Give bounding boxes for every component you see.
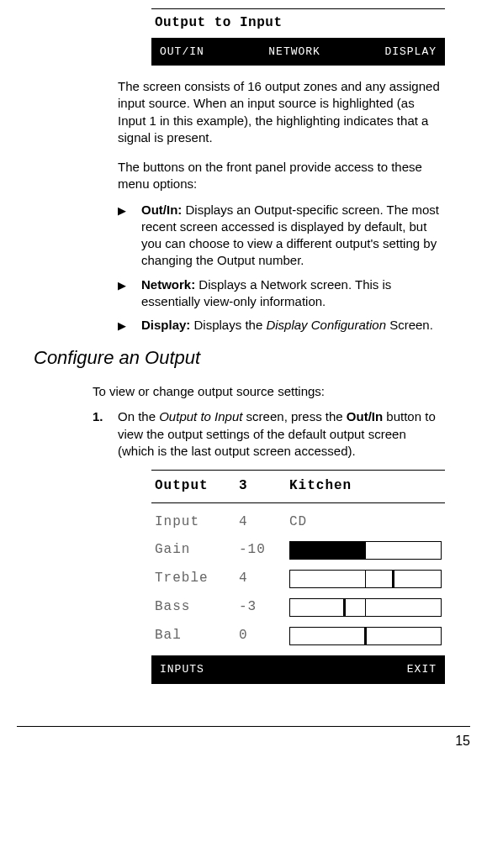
gain-bar [289,541,442,560]
bullet-out-in: Out/In: Displays an Output-specific scre… [141,202,445,270]
lcd-title: Output to Input [151,8,445,38]
value: CD [289,513,442,532]
bullet-network: Network: Displays a Network screen. This… [141,276,445,311]
row-bal: Bal 0 [151,622,445,650]
label: Bass [155,598,239,617]
bullet-italic: Display Configuration [266,318,386,332]
value: -3 [239,598,289,617]
row-bass: Bass -3 [151,593,445,622]
row-input: Input 4 CD [151,508,445,537]
page-number: 15 [17,726,470,750]
menu-display[interactable]: DISPLAY [384,45,437,60]
bullet-text: Displays the [190,318,266,332]
row-treble: Treble 4 [151,565,445,593]
footer-exit[interactable]: EXIT [407,662,437,677]
header-name: Kitchen [289,477,442,496]
label: Input [155,513,239,532]
step-1-text: On the Output to Input screen, press the… [118,408,445,460]
bullet-label: Display: [141,318,190,332]
label: Gain [155,541,239,560]
intro-text: To view or change output source settings… [93,383,445,400]
text-bold: Out/In [347,409,383,423]
bullet-marker-icon: ▶ [118,276,141,311]
bullet-marker-icon: ▶ [118,317,141,334]
value: 4 [239,513,289,532]
step-number: 1. [93,408,118,460]
menu-network[interactable]: NETWORK [268,45,320,60]
bal-bar [289,627,442,645]
bass-bar [289,598,442,617]
bullet-text: Displays an Output-specific screen. The … [141,203,439,268]
text-italic: Output to Input [159,409,242,423]
paragraph-1: The screen consists of 16 output zones a… [118,78,445,146]
text: screen, press the [242,409,346,423]
label: Bal [155,627,239,645]
bullet-label: Network: [141,277,195,292]
lcd-menu-bar: OUT/IN NETWORK DISPLAY [151,38,445,66]
menu-out-in[interactable]: OUT/IN [160,45,204,60]
value: 0 [239,627,289,645]
lcd-footer-bar: INPUTS EXIT [151,655,445,684]
value: -10 [239,541,289,560]
header-label: Output [155,477,239,496]
lcd-output-to-input: Output to Input OUT/IN NETWORK DISPLAY [151,8,445,66]
lcd-header: Output 3 Kitchen [151,471,445,503]
text: On the [118,409,159,423]
value: 4 [239,570,289,588]
bullet-marker-icon: ▶ [118,202,141,270]
treble-bar [289,570,442,588]
bullet-display: Display: Displays the Display Configurat… [141,317,445,334]
bullet-label: Out/In: [141,203,182,217]
bullet-text: Screen. [386,318,433,332]
lcd-output-config: Output 3 Kitchen Input 4 CD Gain -10 Tre… [151,470,445,684]
footer-inputs[interactable]: INPUTS [160,662,204,677]
heading-configure-output: Configure an Output [34,345,462,371]
header-number: 3 [239,477,289,496]
row-gain: Gain -10 [151,536,445,565]
label: Treble [155,570,239,588]
paragraph-2: The buttons on the front panel provide a… [118,159,445,193]
